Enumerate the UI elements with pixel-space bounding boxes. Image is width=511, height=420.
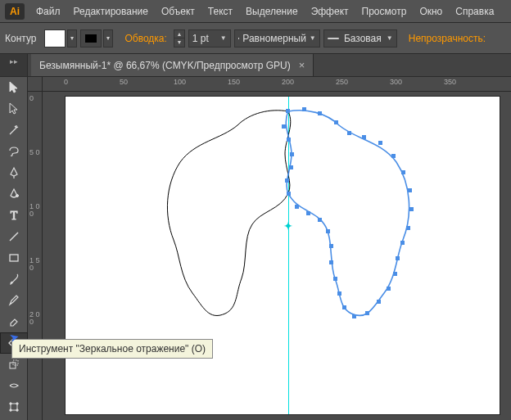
tool-tooltip: Инструмент "Зеркальное отражение" (O) — [11, 339, 213, 359]
paintbrush-tool[interactable] — [0, 269, 28, 290]
ruler-tick: 0 — [29, 95, 41, 102]
control-bar: Контур ▾ ▾ Обводка: ▲▼ 1 pt▼ Равномерный… — [0, 23, 511, 54]
svg-point-0 — [16, 195, 19, 197]
svg-rect-19 — [401, 170, 405, 174]
menu-view[interactable]: Просмотр — [355, 1, 414, 22]
svg-rect-26 — [387, 287, 391, 291]
ruler-tick: 200 — [282, 78, 294, 86]
ruler-tick: 300 — [390, 78, 402, 86]
artboard[interactable]: ✦ — [66, 97, 500, 414]
ruler-tick: 5 0 — [29, 149, 41, 156]
svg-rect-15 — [347, 131, 351, 135]
ruler-tick: 250 — [336, 78, 348, 86]
svg-rect-27 — [377, 300, 381, 304]
svg-rect-43 — [287, 138, 291, 142]
svg-rect-37 — [306, 211, 310, 215]
stroke-style-dropdown[interactable]: Равномерный▼ — [234, 29, 320, 47]
direct-selection-tool[interactable] — [0, 98, 28, 120]
svg-rect-25 — [393, 272, 397, 276]
ruler-tick: 1 5 0 — [29, 257, 41, 272]
ruler-tick: 350 — [444, 78, 456, 86]
svg-rect-22 — [406, 226, 410, 230]
pen-tool[interactable] — [0, 162, 28, 183]
svg-rect-16 — [362, 135, 366, 139]
svg-rect-34 — [329, 244, 333, 248]
opacity-label[interactable]: Непрозрачность: — [409, 33, 486, 44]
svg-rect-42 — [290, 152, 294, 156]
menu-file[interactable]: Файл — [29, 1, 67, 22]
svg-point-9 — [10, 409, 11, 411]
ruler-tick: 0 — [64, 78, 68, 86]
svg-rect-44 — [282, 124, 286, 129]
svg-rect-30 — [342, 305, 346, 309]
type-tool[interactable]: T — [0, 205, 28, 226]
rectangle-tool[interactable] — [0, 247, 28, 269]
fill-swatch-menu[interactable]: ▾ — [67, 29, 77, 47]
svg-rect-35 — [326, 229, 330, 233]
selection-tool[interactable] — [0, 77, 28, 98]
svg-rect-36 — [318, 218, 322, 222]
eraser-tool[interactable] — [0, 311, 28, 332]
document-tab-title: Безымянный-1* @ 66,67% (CMYK/Предпросмот… — [39, 60, 291, 71]
menu-window[interactable]: Окно — [413, 1, 449, 22]
width-tool[interactable] — [0, 375, 28, 396]
menu-help[interactable]: Справка — [449, 1, 500, 22]
path-reflected[interactable] — [66, 97, 500, 414]
svg-rect-20 — [408, 188, 412, 192]
fill-swatch[interactable] — [44, 29, 66, 47]
app-icon: Ai — [5, 3, 25, 20]
ruler-tick: 50 — [120, 78, 128, 86]
workspace: T 050100150200250300350 05 01 0 01 5 02 … — [0, 77, 511, 420]
menu-select[interactable]: Выделение — [239, 1, 305, 22]
svg-point-8 — [16, 403, 18, 404]
menu-object[interactable]: Объект — [155, 1, 201, 22]
line-tool[interactable] — [0, 226, 28, 247]
svg-rect-32 — [333, 277, 337, 281]
ruler-tick: 2 0 0 — [29, 311, 41, 326]
stroke-swatch-menu[interactable]: ▾ — [103, 29, 113, 47]
document-tab-row: ▸▸ Безымянный-1* @ 66,67% (CMYK/Предпрос… — [0, 54, 511, 77]
ruler-tick: 150 — [228, 78, 240, 86]
curvature-tool[interactable] — [0, 183, 28, 205]
svg-rect-12 — [302, 107, 306, 111]
svg-rect-24 — [396, 256, 400, 260]
magic-wand-tool[interactable] — [0, 120, 28, 141]
vertical-ruler[interactable]: 05 01 0 01 5 02 0 0 — [28, 92, 43, 420]
svg-rect-18 — [391, 154, 396, 158]
stroke-profile-dropdown[interactable]: Базовая▼ — [323, 29, 397, 47]
pencil-tool[interactable] — [0, 290, 28, 311]
menu-text[interactable]: Текст — [201, 1, 239, 22]
svg-rect-23 — [400, 241, 405, 245]
selection-type-label: Контур — [5, 33, 36, 44]
stroke-weight-stepper[interactable]: ▲▼ — [174, 29, 185, 47]
menu-bar: Ai Файл Редактирование Объект Текст Выде… — [0, 0, 511, 23]
canvas-area[interactable]: 050100150200250300350 05 01 0 01 5 02 0 … — [28, 77, 511, 420]
toolbox-expand-handle[interactable]: ▸▸ — [0, 54, 28, 76]
menu-edit[interactable]: Редактирование — [67, 1, 155, 22]
toolbox: T — [0, 77, 28, 420]
document-tab-close[interactable]: × — [299, 59, 305, 71]
stroke-label[interactable]: Обводка: — [124, 33, 166, 44]
ruler-origin[interactable] — [28, 77, 43, 92]
svg-rect-38 — [295, 205, 299, 209]
svg-text:T: T — [11, 210, 18, 222]
free-transform-tool[interactable] — [0, 396, 28, 418]
svg-rect-3 — [10, 255, 18, 261]
svg-rect-14 — [334, 120, 338, 124]
lasso-tool[interactable] — [0, 141, 28, 162]
stroke-swatch[interactable] — [80, 29, 102, 47]
document-tab[interactable]: Безымянный-1* @ 66,67% (CMYK/Предпросмот… — [31, 54, 314, 76]
ruler-tick: 1 0 0 — [29, 203, 41, 218]
svg-rect-13 — [318, 111, 322, 115]
svg-rect-21 — [409, 207, 414, 211]
svg-rect-41 — [289, 165, 293, 169]
menu-effect[interactable]: Эффект — [305, 1, 355, 22]
svg-rect-33 — [329, 260, 333, 264]
svg-rect-11 — [286, 109, 290, 113]
stroke-weight-field[interactable]: 1 pt▼ — [188, 29, 231, 47]
svg-rect-40 — [285, 178, 289, 183]
svg-rect-28 — [365, 311, 369, 315]
horizontal-ruler[interactable]: 050100150200250300350 — [43, 77, 511, 92]
svg-point-7 — [10, 403, 11, 404]
svg-rect-17 — [378, 141, 382, 145]
